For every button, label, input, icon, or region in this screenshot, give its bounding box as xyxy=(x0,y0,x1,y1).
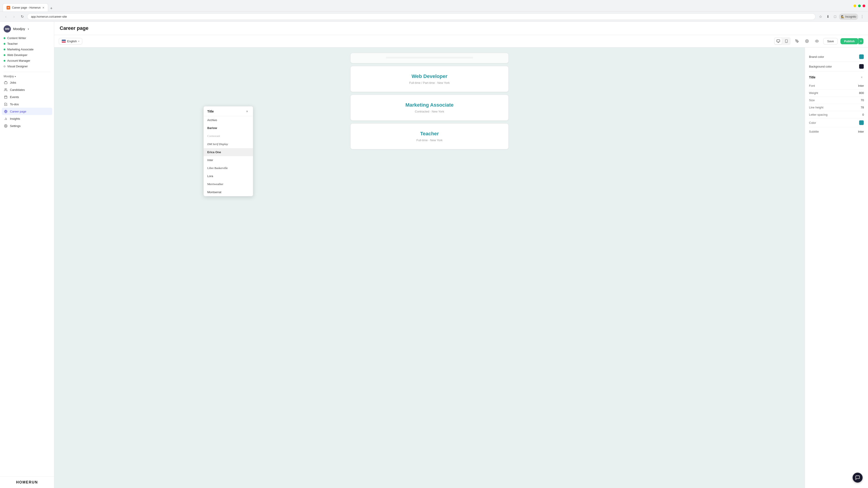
forward-button[interactable]: › xyxy=(11,13,17,20)
weight-prop-row[interactable]: Weight 800 xyxy=(809,90,864,97)
title-color-swatch[interactable] xyxy=(859,120,864,125)
sidebar-item-label: Insights xyxy=(10,117,20,121)
letter-spacing-prop-value: 0 xyxy=(862,113,864,116)
font-option-dm-serif[interactable]: DM Serif Display xyxy=(204,140,253,148)
close-window-button[interactable] xyxy=(863,4,865,7)
font-option-merriweather[interactable]: Merriweather xyxy=(204,180,253,188)
job-card-web-developer[interactable]: Web Developer Full-time / Part-time · Ne… xyxy=(350,66,508,92)
svg-rect-2 xyxy=(4,96,7,98)
language-selector[interactable]: English ▾ xyxy=(59,38,82,44)
font-option-montserrat[interactable]: Montserrat xyxy=(204,188,253,196)
browser-nav: ‹ › ↻ app.homerun.co/career-site ☆ ⬇ □ 🕵… xyxy=(0,12,868,22)
dropdown-close-icon[interactable]: × xyxy=(245,109,249,113)
more-menu-button[interactable]: ⋮ xyxy=(859,13,865,20)
size-prop-row[interactable]: Size 70 xyxy=(809,97,864,104)
publish-button[interactable]: Publish xyxy=(840,38,858,44)
letter-spacing-prop-row[interactable]: Letter spacing 0 xyxy=(809,111,864,119)
font-prop-value: Inter xyxy=(858,84,864,88)
brand-color-swatch[interactable] xyxy=(859,54,864,59)
sidebar-item-candidates[interactable]: Candidates xyxy=(2,86,52,93)
publish-chevron-icon: ▾ xyxy=(860,40,862,43)
color-prop-row[interactable]: Color xyxy=(809,119,864,127)
svg-point-19 xyxy=(816,41,817,41)
active-tab[interactable]: H Career page - Homerun × xyxy=(3,3,48,11)
sidebar-item-events[interactable]: Events xyxy=(2,93,52,101)
job-card-title: Teacher xyxy=(357,131,502,137)
subtitle-value: Inter xyxy=(858,130,864,133)
canvas-area: Web Developer Full-time / Part-time · Ne… xyxy=(54,47,805,488)
subtitle-label: Subtitle xyxy=(809,130,819,133)
mobile-view-button[interactable] xyxy=(783,38,790,44)
sidebar-item-label: Settings xyxy=(10,124,21,128)
sidebar-item-career-page[interactable]: Career page xyxy=(2,108,52,115)
line-height-prop-row[interactable]: Line height 78 xyxy=(809,104,864,111)
sidebar-job-item-marketing[interactable]: Marketing Associate xyxy=(2,46,52,52)
brand-color-label: Brand color xyxy=(809,55,824,59)
users-icon xyxy=(4,88,8,92)
bookmark-button[interactable]: ☆ xyxy=(817,13,824,20)
background-color-label: Background color xyxy=(809,65,832,68)
font-option-erica-one[interactable]: Erica One xyxy=(204,148,253,156)
size-prop-label: Size xyxy=(809,98,815,102)
settings-icon xyxy=(4,124,8,128)
sidebar-item-todos[interactable]: To-dos xyxy=(2,101,52,108)
font-option-inter[interactable]: Inter xyxy=(204,156,253,164)
minimize-button[interactable] xyxy=(854,4,856,7)
sidebar-job-item-teacher[interactable]: Teacher xyxy=(2,41,52,46)
svg-point-1 xyxy=(5,88,6,90)
settings-panel-button[interactable] xyxy=(803,37,811,45)
address-bar[interactable]: app.homerun.co/career-site xyxy=(27,13,815,20)
org-chevron-icon: ▾ xyxy=(28,28,29,30)
sidebar-item-settings[interactable]: Settings xyxy=(2,122,52,129)
publish-dropdown-button[interactable]: ▾ xyxy=(858,38,864,44)
refresh-button[interactable]: ↻ xyxy=(19,13,25,20)
font-option-cormorant[interactable]: Cormorant xyxy=(204,132,253,140)
font-option-barlow[interactable]: Barlow xyxy=(204,124,253,132)
job-card-teacher[interactable]: Teacher Full-time · New York xyxy=(350,123,508,149)
sidebar-item-insights[interactable]: Insights xyxy=(2,115,52,122)
pen-tool-button[interactable] xyxy=(794,37,801,45)
org-name: Moodjoy xyxy=(13,27,25,31)
tab-title: Career page - Homerun xyxy=(12,6,41,9)
job-card-marketing[interactable]: Marketing Associate Contracted · New Yor… xyxy=(350,95,508,121)
preview-button[interactable] xyxy=(813,37,820,45)
globe-icon xyxy=(4,109,8,113)
publish-group: Publish ▾ xyxy=(840,38,864,44)
job-card-partial[interactable] xyxy=(350,53,508,63)
job-status-dot xyxy=(4,54,5,56)
brand-color-row: Brand color xyxy=(809,52,864,62)
sidebar-job-item-web-developer[interactable]: Web Developer xyxy=(2,52,52,58)
svg-rect-0 xyxy=(4,82,7,84)
save-button[interactable]: Save xyxy=(823,38,838,44)
font-option-lora[interactable]: Lora xyxy=(204,172,253,180)
sidebar-org-label: Moodjoy ▾ xyxy=(2,74,52,79)
maximize-button[interactable] xyxy=(858,4,861,7)
font-option-archivo[interactable]: Archivo xyxy=(204,116,253,124)
font-option-libre-baskerville[interactable]: Libre Baskerville xyxy=(204,164,253,172)
sidebar-job-item-account-manager[interactable]: Account Manager xyxy=(2,58,52,64)
sidebar-item-label: Career page xyxy=(10,110,26,113)
sidebar-item-label: To-dos xyxy=(10,103,19,106)
sidebar-job-item-content-writer[interactable]: Content Writer xyxy=(2,35,52,41)
subtitle-row: Subtitle Inter xyxy=(809,127,864,133)
tab-close-icon[interactable]: × xyxy=(42,6,44,9)
avatar: MM xyxy=(4,25,11,33)
sidebar-job-item-visual-designer[interactable]: Visual Designer xyxy=(2,64,52,69)
background-color-swatch[interactable] xyxy=(859,64,864,69)
sidebar-header[interactable]: MM Moodjoy ▾ xyxy=(0,22,54,34)
sidebar-item-jobs[interactable]: Jobs xyxy=(2,79,52,86)
extensions-button[interactable]: □ xyxy=(832,13,838,20)
dropdown-body: Archivo Barlow Cormorant DM Serif Displa… xyxy=(204,116,253,196)
download-button[interactable]: ⬇ xyxy=(825,13,831,20)
font-prop-row[interactable]: Font Inter xyxy=(809,82,864,90)
chat-button[interactable] xyxy=(852,473,863,483)
back-button[interactable]: ‹ xyxy=(3,13,9,20)
desktop-view-button[interactable] xyxy=(775,38,782,44)
dropdown-header: Title × xyxy=(204,106,253,116)
title-section-close-icon[interactable]: × xyxy=(860,75,864,79)
new-tab-button[interactable]: + xyxy=(48,5,55,11)
view-toggle xyxy=(774,37,791,45)
browser-chrome: H Career page - Homerun × + xyxy=(0,0,868,12)
sidebar: MM Moodjoy ▾ Content Writer Teacher Mark… xyxy=(0,22,54,488)
flag-icon xyxy=(62,40,66,42)
